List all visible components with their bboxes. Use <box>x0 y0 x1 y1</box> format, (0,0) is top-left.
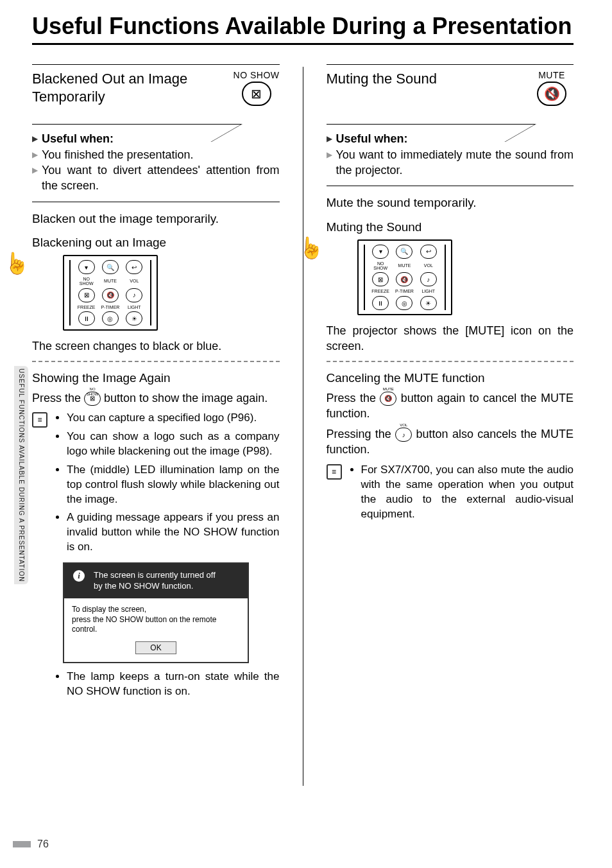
inline-btn-label: VOL <box>396 422 411 428</box>
text-fragment: Pressing the <box>327 428 396 440</box>
triangle-icon: ▶ <box>327 131 332 146</box>
remote-label: MUTE <box>393 263 415 268</box>
instruction-text: Blacken out the image temporarily. <box>32 211 280 227</box>
note-item: The (middle) LED illumination lamp on th… <box>67 463 280 507</box>
remote-label: P-TIMER <box>393 289 415 293</box>
remote-btn: 🔍 <box>396 245 412 259</box>
remote-btn: ↩ <box>126 260 142 274</box>
useful-when-heading: Useful when: <box>42 131 280 146</box>
text-fragment: button to show the image again. <box>104 392 268 404</box>
remote-label: NO SHOW <box>370 261 391 270</box>
dialog-info-line: The screen is currently turned off <box>94 570 216 580</box>
remote-label: FREEZE <box>76 305 98 309</box>
vol-button-icon: VOL♪ <box>395 428 412 442</box>
procedure-heading: Blackening out an Image <box>32 236 280 250</box>
dashed-separator <box>32 361 280 362</box>
remote-label: LIGHT <box>418 289 439 293</box>
subsection-heading: Canceling the MUTE function <box>327 371 574 385</box>
remote-btn: ▾ <box>78 260 95 274</box>
remote-btn: 🔇 <box>396 272 412 286</box>
remote-label: NO SHOW <box>76 277 98 286</box>
result-text: The screen changes to black or blue. <box>32 338 280 354</box>
inline-btn-label: NO SHOW <box>85 386 100 397</box>
section-icon-block: NO SHOW ⊠ <box>234 70 280 106</box>
remote-btn: ♪ <box>420 272 437 286</box>
note-icon: ≡ <box>327 464 342 480</box>
mute-button-icon: MUTE🔇 <box>380 392 396 406</box>
section-title: Muting the Sound <box>327 70 525 88</box>
useful-when-item: You want to immediately mute the sound f… <box>336 147 574 178</box>
section-header-noshow: Blackened Out an Image Temporarily NO SH… <box>32 64 280 106</box>
remote-btn: ▾ <box>372 245 389 259</box>
instruction-text: Mute the sound temporarily. <box>327 195 574 211</box>
noshow-button-icon: NO SHOW⊠ <box>84 392 101 406</box>
ok-button[interactable]: OK <box>135 641 176 654</box>
remote-label: MUTE <box>99 279 121 283</box>
section-header-mute: Muting the Sound MUTE 🔇 <box>327 64 574 106</box>
text-fragment: Press the <box>32 392 84 404</box>
dialog-body: To display the screen, press the NO SHOW… <box>64 598 248 641</box>
useful-when-heading: Useful when: <box>336 131 574 146</box>
remote-btn: ⏸ <box>372 296 389 310</box>
mute-icon: 🔇 <box>537 82 566 106</box>
remote-btn: ⊠ <box>372 272 389 286</box>
dialog-header: i The screen is currently turned off by … <box>64 564 248 598</box>
text-fragment: Press the <box>327 392 380 404</box>
remote-btn: ☀ <box>420 296 437 310</box>
guiding-message-dialog: i The screen is currently turned off by … <box>63 562 249 663</box>
useful-when-item: You finished the presentation. <box>42 147 280 162</box>
noshow-label: NO SHOW <box>234 70 280 80</box>
remote-label: VOL <box>418 263 439 268</box>
subsection-body: Press the MUTE🔇 button again to cancel t… <box>327 390 574 422</box>
note-block: ≡ For SX7/X700, you can also mute the au… <box>327 463 574 526</box>
dashed-separator <box>327 361 574 362</box>
remote-btn: ◎ <box>102 311 119 326</box>
inline-btn-label: MUTE <box>380 386 396 392</box>
note-item: A guiding message appears if you press a… <box>67 510 280 555</box>
remote-control-diagram: ▾ 🔍 ↩ NO SHOW MUTE VOL ⊠ 🔇 ♪ <box>357 239 452 315</box>
dialog-body-line: To display the screen, <box>72 605 146 614</box>
note-icon: ≡ <box>32 412 47 428</box>
section-icon-block: MUTE 🔇 <box>530 70 574 106</box>
remote-btn: ◎ <box>396 296 412 310</box>
remote-label: LIGHT <box>123 305 145 309</box>
triangle-icon: ▶ <box>32 162 38 178</box>
note-item: You can capture a specified logo (P96). <box>67 411 280 426</box>
triangle-icon: ▶ <box>327 147 332 162</box>
hand-icon: ☝ <box>4 251 30 275</box>
subsection-body: Press the NO SHOW⊠ button to show the im… <box>32 390 280 406</box>
remote-label: FREEZE <box>370 289 391 293</box>
remote-btn: 🔇 <box>102 288 119 302</box>
remote-btn: ⏸ <box>78 311 95 326</box>
note-block: ≡ You can capture a specified logo (P96)… <box>32 411 280 559</box>
remote-btn: ⊠ <box>78 288 95 302</box>
remote-label: P-TIMER <box>99 305 121 309</box>
remote-btn: ☀ <box>126 311 142 326</box>
triangle-icon: ▶ <box>32 147 38 162</box>
remote-btn: ♪ <box>126 288 142 302</box>
remote-control-diagram: ▾ 🔍 ↩ NO SHOW MUTE VOL ⊠ 🔇 ♪ <box>63 255 158 331</box>
page-title: Useful Functions Available During a Pres… <box>32 13 574 39</box>
note-list: For SX7/X700, you can also mute the audi… <box>350 463 574 526</box>
column-divider <box>303 67 303 786</box>
title-rule <box>32 43 574 45</box>
remote-btn: 🔍 <box>102 260 119 274</box>
triangle-icon: ▶ <box>32 131 38 146</box>
noshow-icon: ⊠ <box>242 82 271 106</box>
section-title: Blackened Out an Image Temporarily <box>32 70 228 105</box>
subsection-heading: Showing the Image Again <box>32 371 280 385</box>
mute-label: MUTE <box>530 70 574 80</box>
useful-when-block: ▶Useful when: ▶You want to immediately m… <box>327 124 574 186</box>
note-item: For SX7/X700, you can also mute the audi… <box>361 463 574 522</box>
hand-icon: ☝ <box>298 236 324 260</box>
result-text: The projector shows the [MUTE] icon on t… <box>327 323 574 354</box>
remote-btn: ↩ <box>420 245 437 259</box>
dialog-info-line: by the NO SHOW function. <box>94 581 193 591</box>
info-icon: i <box>73 570 85 582</box>
note-list: You can capture a specified logo (P96). … <box>55 411 280 559</box>
note-item: The lamp keeps a turn-on state while the… <box>67 670 280 699</box>
note-item: You can show a logo such as a company lo… <box>67 430 280 459</box>
left-column: Blackened Out an Image Temporarily NO SH… <box>32 64 280 786</box>
subsection-body: Pressing the VOL♪ button also cancels th… <box>327 426 574 458</box>
remote-label: VOL <box>123 279 145 283</box>
